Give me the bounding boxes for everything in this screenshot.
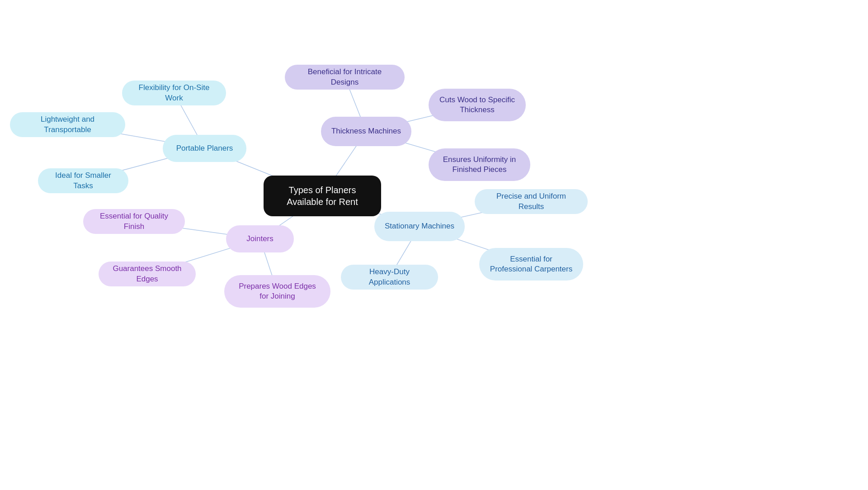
beneficial-intricate-node: Beneficial for Intricate Designs [285,65,405,90]
thickness-machines-node: Thickness Machines [321,117,411,146]
essential-quality-node: Essential for Quality Finish [83,209,185,234]
ensures-uniformity-node: Ensures Uniformity in Finished Pieces [429,148,530,181]
jointers-node: Jointers [226,225,294,252]
cuts-wood-node: Cuts Wood to Specific Thickness [429,89,526,121]
lightweight-node: Lightweight and Transportable [10,112,125,137]
precise-uniform-node: Precise and Uniform Results [475,189,588,214]
flexibility-onsite-node: Flexibility for On-Site Work [122,81,226,105]
heavy-duty-node: Heavy-Duty Applications [341,265,438,290]
essential-professional-node: Essential for Professional Carpenters [479,248,583,281]
guarantees-smooth-node: Guarantees Smooth Edges [99,262,196,286]
center-node: Types of Planers Available for Rent [264,176,381,216]
ideal-smaller-node: Ideal for Smaller Tasks [38,168,128,193]
stationary-machines-node: Stationary Machines [374,212,465,241]
portable-planers-node: Portable Planers [163,135,246,162]
prepares-wood-node: Prepares Wood Edges for Joining [224,275,330,308]
